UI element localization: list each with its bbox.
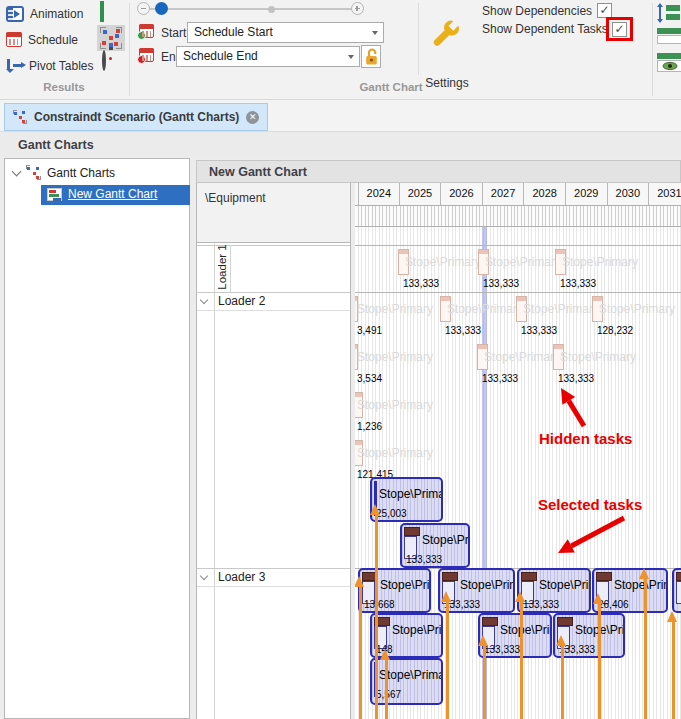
selected-task-bar[interactable]: Stope\Primary133,333 <box>400 523 470 568</box>
hidden-task-label: Stope\Primary <box>357 302 433 316</box>
zoom-slider-handle[interactable] <box>155 2 168 15</box>
selected-task-bar[interactable]: Stope\Primary133,333 <box>517 568 591 613</box>
settings-button[interactable] <box>430 18 464 58</box>
chart-title-bar: New Gantt Chart <box>196 160 681 183</box>
close-icon[interactable]: ✕ <box>246 111 259 124</box>
dependency-line <box>359 586 362 719</box>
eye-icon <box>662 61 678 71</box>
tree-item-label: Gantt Charts <box>47 166 115 180</box>
annotation-text: Selected tasks <box>538 496 642 513</box>
hidden-task-value: 3,534 <box>357 373 382 384</box>
timeline-year-header: 202420252026202720282029203020312032 <box>355 183 681 206</box>
gantt-chart-group-label: Gantt Chart <box>130 81 652 93</box>
year-cell: 2028 <box>524 183 566 205</box>
selected-task-bar[interactable]: Stope\Primary133,333 <box>478 613 552 658</box>
tree-item-new-gantt-chart[interactable]: New Gantt Chart <box>47 187 157 201</box>
hidden-task-label: Stope\Primary <box>357 350 433 364</box>
collapse-icon[interactable] <box>200 572 208 580</box>
panel-caption-title: Gantt Charts <box>18 138 94 152</box>
divider <box>197 310 350 311</box>
divider <box>197 292 350 293</box>
task-label: Stope\Primary <box>380 578 431 592</box>
equipment-column: \Equipment Loader 1 Loader 2 Loader 3 <box>196 183 351 719</box>
task-value: 25,003 <box>376 508 407 519</box>
bar-style-button[interactable] <box>657 28 681 44</box>
task-label: Stope\Primary <box>422 533 470 547</box>
task-label: Stope\Primary <box>379 668 443 682</box>
dependency-line <box>446 601 449 719</box>
hidden-task-value: 133,333 <box>403 278 439 289</box>
year-cell: 2030 <box>608 183 650 205</box>
task-label: Stope\Primary <box>379 487 443 501</box>
selected-task-bar[interactable]: Stope\Primary25,003 <box>370 477 443 522</box>
collapse-icon[interactable] <box>200 296 208 304</box>
schedule-button[interactable]: Schedule <box>2 28 98 51</box>
lock-button[interactable] <box>361 45 381 68</box>
animation-button[interactable]: Animation <box>2 2 98 25</box>
equipment-row-loader1[interactable]: Loader 1 <box>214 245 231 292</box>
dependency-line <box>520 601 523 719</box>
selected-task-bar[interactable]: Stope\Primary5,567 <box>370 658 443 705</box>
animation-button-label: Animation <box>30 7 83 21</box>
tab-strip: Constraindt Scenario (Gantt Charts) ✕ <box>0 100 681 131</box>
hidden-task-value: 128,232 <box>597 325 633 336</box>
row-spacing-button[interactable] <box>657 3 681 27</box>
equipment-row-loader2[interactable]: Loader 2 <box>218 294 265 308</box>
gantt-chart-icon <box>47 188 62 201</box>
start-dropdown[interactable]: Schedule Start <box>187 22 384 43</box>
selected-task-bar[interactable]: Stope\Primary26,406 <box>592 568 668 613</box>
gantt-canvas[interactable]: Stope\Primary133,333Stope\Primary133,333… <box>355 227 681 719</box>
hidden-task-label: Stope\Primary <box>560 350 636 364</box>
calendar-icon <box>6 32 22 47</box>
task-label: Stope\Primary <box>392 623 443 637</box>
hidden-task-label: Stope\Primary <box>485 255 561 269</box>
stopwatch-icon <box>102 50 106 71</box>
wrench-icon <box>430 18 464 54</box>
scatter-icon <box>100 27 122 49</box>
zoom-out-button[interactable] <box>137 2 150 15</box>
expander-icon[interactable] <box>12 166 22 176</box>
dependency-line <box>672 621 675 719</box>
task-value: 133,333 <box>484 644 520 655</box>
selected-task-bar[interactable]: Stope\Primary13,668 <box>358 568 431 613</box>
gantt-charts-icon <box>13 110 27 124</box>
stopwatch-button[interactable] <box>102 52 106 70</box>
hidden-task-label: Stope\Primary <box>447 302 523 316</box>
dependency-line <box>644 578 647 719</box>
zoom-in-button[interactable] <box>351 2 364 15</box>
show-dependencies-label: Show Dependencies <box>482 4 592 18</box>
end-dropdown[interactable]: Schedule End <box>176 46 360 67</box>
hidden-task-value: 3,491 <box>357 325 382 336</box>
task-progress-marker <box>557 617 573 626</box>
tab-constraindt-scenario[interactable]: Constraindt Scenario (Gantt Charts) ✕ <box>4 103 268 131</box>
show-dependencies-checkbox[interactable]: ✓ <box>597 3 612 18</box>
ribbon: Animation Schedule Pivot Tables Results <box>0 0 681 100</box>
pivot-tables-button[interactable]: Pivot Tables <box>2 54 98 77</box>
selected-task-bar[interactable]: Stope\Primary <box>672 568 681 613</box>
row-spacing-icon <box>657 3 681 23</box>
hidden-task-value: 133,333 <box>521 325 557 336</box>
dependency-arrow-icon <box>441 591 451 602</box>
zoom-slider-track[interactable] <box>144 8 354 10</box>
hidden-task-value: 133,333 <box>560 278 596 289</box>
gantt-chart-area: 202420252026202720282029203020312032 Sto… <box>355 183 681 719</box>
table-view-button[interactable] <box>100 3 104 21</box>
equipment-row-loader3[interactable]: Loader 3 <box>218 570 265 584</box>
hidden-task-value: 1,236 <box>357 421 382 432</box>
hidden-task-label: Stope\Primary <box>357 446 433 460</box>
panel-caption: Gantt Charts <box>0 131 681 158</box>
year-cell: 2026 <box>441 183 483 205</box>
timeline-month-ticks <box>355 206 681 227</box>
pivot-tables-button-label: Pivot Tables <box>29 59 93 73</box>
hidden-task-value: 133,333 <box>483 278 519 289</box>
gantt-charts-tree-panel: Gantt Charts New Gantt Chart <box>4 158 190 719</box>
task-value: 133,333 <box>523 599 559 610</box>
equipment-label: Loader 3 <box>218 570 265 584</box>
task-label: Stope\Primary <box>460 578 515 592</box>
animation-icon <box>6 6 24 22</box>
bar-visibility-button[interactable] <box>657 53 681 72</box>
year-cell: 2027 <box>483 183 525 205</box>
dependency-arrow-icon <box>355 576 364 587</box>
tree-item-gantt-charts[interactable]: Gantt Charts <box>13 165 115 180</box>
task-label: Stope\Primary <box>539 578 591 592</box>
